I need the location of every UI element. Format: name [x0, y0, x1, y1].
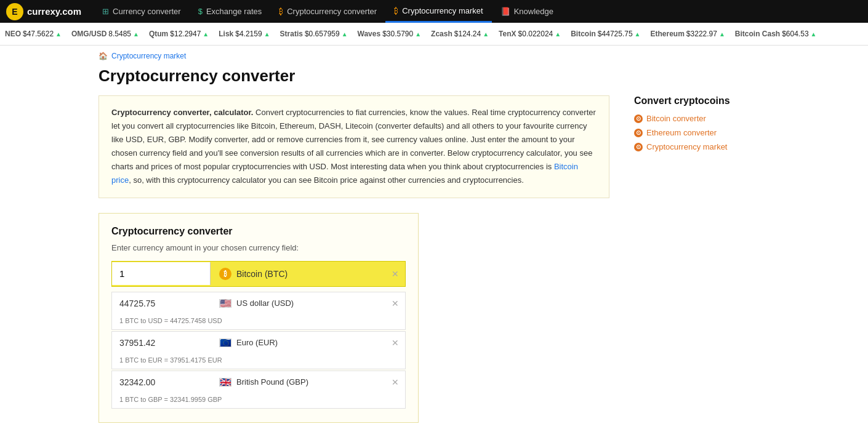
- usd-flag: 🇺🇸: [219, 299, 231, 308]
- description-box: Cryptocurrency converter, calculator. Co…: [98, 95, 609, 198]
- header: E currexy.com ⊞ Currency converter $ Exc…: [0, 0, 868, 23]
- usd-remove-button[interactable]: ✕: [385, 294, 405, 313]
- grid-icon: ⊞: [102, 7, 109, 16]
- home-icon: 🏠: [98, 52, 108, 60]
- ticker-tenx: TenX $0.022024 ▲: [499, 30, 561, 38]
- sidebar-bitcoin-icon: ⊙: [634, 114, 643, 123]
- sidebar-bitcoin-converter[interactable]: ⊙ Bitcoin converter: [634, 114, 770, 123]
- currency-row-usd: 🇺🇸 US dollar (USD) ✕ 1 BTC to USD = 4472…: [111, 292, 406, 330]
- nav: ⊞ Currency converter $ Exchange rates ₿ …: [94, 0, 862, 23]
- sidebar-ethereum-label: Ethereum converter: [646, 128, 717, 137]
- btc-amount-input[interactable]: [112, 262, 211, 285]
- currency-row-main-usd: 🇺🇸 US dollar (USD) ✕: [112, 292, 405, 315]
- convert-cryptocoins-box: Convert cryptocoins ⊙ Bitcoin converter …: [634, 95, 770, 151]
- ticker-bar: NEO $47.5622 ▲ OMG/USD 8.5485 ▲ Qtum $12…: [0, 23, 868, 46]
- converter-box: Cryptocurrency converter Enter currency …: [98, 213, 419, 423]
- ticker-zcash: Zcash $124.24 ▲: [431, 30, 489, 38]
- eur-currency-name: Euro (EUR): [236, 338, 278, 347]
- ticker-waves: Waves $30.5790 ▲: [358, 30, 422, 38]
- btc-remove-button[interactable]: ✕: [385, 264, 405, 284]
- gbp-flag: 🇬🇧: [219, 378, 231, 387]
- nav-crypto-converter[interactable]: ₿ Cryptocurrency converter: [270, 0, 385, 23]
- btc-row: ₿ Bitcoin (BTC) ✕: [111, 261, 406, 287]
- btc-label: Bitcoin (BTC): [236, 269, 287, 279]
- logo[interactable]: E currexy.com: [6, 3, 81, 20]
- sidebar-market-icon: ⊙: [634, 143, 643, 151]
- ticker-ethereum: Ethereum $3222.97 ▲: [651, 30, 725, 38]
- sidebar: Convert cryptocoins ⊙ Bitcoin converter …: [634, 95, 770, 423]
- sidebar-ethereum-icon: ⊙: [634, 129, 643, 137]
- desc-end: , so, with this cryptocurrency calculato…: [129, 175, 524, 185]
- breadcrumb: 🏠 Cryptocurrency market: [0, 46, 868, 66]
- logo-icon: E: [6, 3, 23, 20]
- ticker-neo: NEO $47.5622 ▲: [5, 30, 62, 38]
- gbp-currency-name: British Pound (GBP): [236, 377, 308, 387]
- btc-currency-label: ₿ Bitcoin (BTC): [211, 262, 385, 286]
- desc-bold: Cryptocurrency converter, calculator.: [111, 108, 253, 117]
- currency-row-main-gbp: 🇬🇧 British Pound (GBP) ✕: [112, 371, 405, 393]
- ticker-qtum: Qtum $12.2947 ▲: [149, 30, 209, 38]
- sidebar-crypto-market[interactable]: ⊙ Cryptocurrency market: [634, 142, 770, 151]
- currency-row-gbp: 🇬🇧 British Pound (GBP) ✕ 1 BTC to GBP = …: [111, 371, 406, 409]
- eur-rate: 1 BTC to EUR = 37951.4175 EUR: [112, 354, 405, 369]
- usd-label: 🇺🇸 US dollar (USD): [211, 292, 385, 314]
- converter-subtitle: Enter currency amount in your chosen cur…: [111, 243, 406, 252]
- nav-exchange-rates[interactable]: $ Exchange rates: [190, 0, 271, 23]
- eur-flag: 🇪🇺: [219, 339, 231, 347]
- sidebar-market-label: Cryptocurrency market: [646, 142, 727, 151]
- sidebar-bitcoin-label: Bitcoin converter: [646, 114, 706, 123]
- ticker-bitcoin-cash: Bitcoin Cash $604.53 ▲: [735, 30, 817, 38]
- gbp-amount-input[interactable]: [112, 371, 211, 393]
- nav-crypto-market[interactable]: ₿ Cryptocurrency market: [385, 0, 491, 23]
- ticker-lisk: Lisk $4.2159 ▲: [219, 30, 270, 38]
- btc-icon: ₿: [219, 268, 231, 280]
- page-title: Cryptocurrency converter: [98, 66, 770, 86]
- dollar-icon: $: [198, 7, 203, 16]
- bitcoin-icon: ₿: [279, 7, 283, 16]
- usd-amount-input[interactable]: [112, 292, 211, 315]
- main-content: Cryptocurrency converter, calculator. Co…: [98, 95, 770, 423]
- bitcoin2-icon: ₿: [394, 6, 398, 15]
- eur-amount-input[interactable]: [112, 332, 211, 354]
- eur-remove-button[interactable]: ✕: [385, 333, 405, 353]
- gbp-rate: 1 BTC to GBP = 32341.9959 GBP: [112, 393, 405, 408]
- breadcrumb-link[interactable]: Cryptocurrency market: [111, 52, 186, 60]
- ticker-stratis: Stratis $0.657959 ▲: [280, 30, 348, 38]
- currency-row-main-eur: 🇪🇺 Euro (EUR) ✕: [112, 332, 405, 354]
- nav-currency-converter[interactable]: ⊞ Currency converter: [94, 0, 190, 23]
- usd-currency-name: US dollar (USD): [236, 299, 294, 308]
- currency-row-eur: 🇪🇺 Euro (EUR) ✕ 1 BTC to EUR = 37951.417…: [111, 331, 406, 369]
- content-left: Cryptocurrency converter, calculator. Co…: [98, 95, 616, 423]
- desc-text: Convert cryptocurrencies to fiat currenc…: [111, 108, 596, 171]
- gbp-remove-button[interactable]: ✕: [385, 372, 405, 392]
- logo-text: currexy.com: [27, 6, 81, 17]
- nav-knowledge[interactable]: 📕 Knowledge: [492, 0, 562, 23]
- ticker-omg: OMG/USD 8.5485 ▲: [71, 30, 139, 38]
- gbp-label: 🇬🇧 British Pound (GBP): [211, 371, 385, 393]
- eur-label: 🇪🇺 Euro (EUR): [211, 332, 385, 353]
- book-icon: 📕: [500, 7, 510, 16]
- sidebar-ethereum-converter[interactable]: ⊙ Ethereum converter: [634, 128, 770, 137]
- ticker-bitcoin: Bitcoin $44725.75 ▲: [571, 30, 640, 38]
- sidebar-title: Convert cryptocoins: [634, 95, 770, 106]
- converter-title: Cryptocurrency converter: [111, 226, 406, 237]
- page-container: Cryptocurrency converter Cryptocurrency …: [0, 66, 868, 423]
- usd-rate: 1 BTC to USD = 44725.7458 USD: [112, 315, 405, 329]
